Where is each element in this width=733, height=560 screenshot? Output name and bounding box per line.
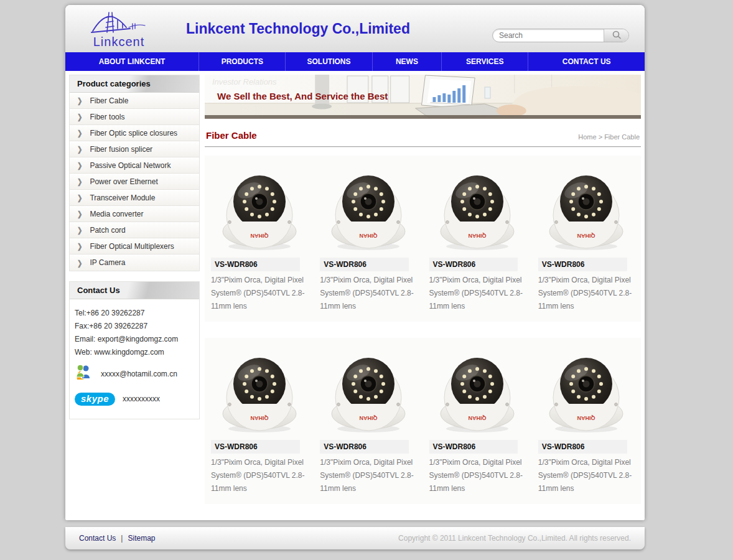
product-card[interactable]: VS-WDR806 1/3"Pixim Orca, Digital Pixel … xyxy=(532,159,641,315)
footer-links: Contact Us | Sitemap xyxy=(79,534,156,543)
header: Linkcent Linkcent Technology Co.,Limited xyxy=(65,5,645,52)
breadcrumb-home-link[interactable]: Home xyxy=(578,133,596,141)
product-image xyxy=(322,344,415,437)
category-label: Fiber Optic splice closures xyxy=(90,129,177,138)
main-column: Investor Relations xyxy=(200,75,641,520)
product-name[interactable]: VS-WDR806 xyxy=(538,440,627,454)
nav-item[interactable]: ABOUT LINKCENT xyxy=(65,52,199,71)
category-item[interactable]: ❯ Passive Optical Network xyxy=(70,157,199,174)
contact-body: Tel:+86 20 39262287 Fax:+86 20 39262287 … xyxy=(70,299,199,419)
page-container: Linkcent Linkcent Technology Co.,Limited… xyxy=(65,5,645,520)
title-row: Fiber Cable Home > Fiber Cable xyxy=(205,125,641,147)
nav-item[interactable]: CONTACT US xyxy=(528,52,645,71)
product-name[interactable]: VS-WDR806 xyxy=(211,440,300,454)
category-label: Transceiver Module xyxy=(90,194,155,202)
category-label: IP Camera xyxy=(90,258,125,267)
product-description: 1/3"Pixim Orca, Digital Pixel System® (D… xyxy=(429,274,526,313)
product-image xyxy=(213,344,306,437)
product-description: 1/3"Pixim Orca, Digital Pixel System® (D… xyxy=(429,456,526,495)
category-item[interactable]: ❯ Media converter xyxy=(70,206,199,222)
skype-row: skype xxxxxxxxxx xyxy=(75,389,194,409)
category-label: Fiber fusion splicer xyxy=(90,145,152,154)
product-card[interactable]: VS-WDR806 1/3"Pixim Orca, Digital Pixel … xyxy=(205,342,314,498)
contact-msn: xxxxx@hotamil.com.cn xyxy=(101,370,177,378)
main-nav: ABOUT LINKCENTPRODUCTSSOLUTIONSNEWSSERVI… xyxy=(65,52,645,71)
chevron-right-icon: ❯ xyxy=(77,145,82,153)
product-image xyxy=(213,162,306,255)
product-description: 1/3"Pixim Orca, Digital Pixel System® (D… xyxy=(211,274,307,313)
product-name[interactable]: VS-WDR806 xyxy=(538,258,627,271)
category-label: Media converter xyxy=(90,210,143,218)
product-name[interactable]: VS-WDR806 xyxy=(320,258,409,271)
contact-box: Contact Us Tel:+86 20 39262287 Fax:+86 2… xyxy=(69,281,200,419)
banner-slogan: We Sell the Best, And Service the Best xyxy=(217,91,388,101)
product-image xyxy=(431,162,524,255)
chevron-right-icon: ❯ xyxy=(77,177,82,185)
category-list: ❯ Fiber Cable ❯ Fiber tools ❯ Fiber Opti… xyxy=(70,93,199,271)
category-item[interactable]: ❯ Fiber Cable xyxy=(70,93,199,109)
chevron-right-icon: ❯ xyxy=(77,96,82,105)
page-title: Fiber Cable xyxy=(206,130,257,141)
nav-item[interactable]: SOLUTIONS xyxy=(286,52,372,71)
category-item[interactable]: ❯ Fiber tools xyxy=(70,109,199,125)
product-card[interactable]: VS-WDR806 1/3"Pixim Orca, Digital Pixel … xyxy=(423,342,532,498)
product-categories-box: Product categories ❯ Fiber Cable ❯ Fiber… xyxy=(69,75,200,271)
msn-row: xxxxx@hotamil.com.cn xyxy=(75,363,194,384)
category-item[interactable]: ❯ Transceiver Module xyxy=(70,190,199,206)
product-card[interactable]: VS-WDR806 1/3"Pixim Orca, Digital Pixel … xyxy=(532,342,641,498)
nav-item[interactable]: PRODUCTS xyxy=(199,52,286,71)
svg-text:Investor Relations: Investor Relations xyxy=(212,77,277,86)
product-name[interactable]: VS-WDR806 xyxy=(429,440,518,454)
product-image xyxy=(322,162,415,255)
logo[interactable]: Linkcent xyxy=(82,9,156,49)
chevron-right-icon: ❯ xyxy=(77,113,82,121)
product-description: 1/3"Pixim Orca, Digital Pixel System® (D… xyxy=(538,274,635,313)
product-name[interactable]: VS-WDR806 xyxy=(429,258,518,271)
category-item[interactable]: ❯ Fiber Optical Multiplexers xyxy=(70,238,199,254)
contact-email: Email: export@kingdomgz.com xyxy=(75,333,194,345)
product-card[interactable]: VS-WDR806 1/3"Pixim Orca, Digital Pixel … xyxy=(205,159,314,315)
footer-sitemap-link[interactable]: Sitemap xyxy=(128,534,155,543)
breadcrumb-current: Fiber Cable xyxy=(604,133,640,141)
product-name[interactable]: VS-WDR806 xyxy=(211,258,300,271)
bridge-logo-icon xyxy=(89,9,149,39)
chevron-right-icon: ❯ xyxy=(77,258,82,266)
chevron-right-icon: ❯ xyxy=(77,161,82,169)
product-categories-title: Product categories xyxy=(70,75,199,93)
category-label: Fiber Cable xyxy=(90,96,128,105)
copyright: Copyright © 2011 Linkcent Technology Co.… xyxy=(398,534,631,543)
product-image xyxy=(539,162,633,255)
skype-icon: skype xyxy=(75,393,115,406)
category-label: Patch cord xyxy=(90,226,125,235)
footer: Contact Us | Sitemap Copyright © 2011 Li… xyxy=(65,527,645,549)
product-card[interactable]: VS-WDR806 1/3"Pixim Orca, Digital Pixel … xyxy=(314,159,423,315)
product-name[interactable]: VS-WDR806 xyxy=(320,440,409,454)
nav-item[interactable]: NEWS xyxy=(373,52,442,71)
category-item[interactable]: ❯ IP Camera xyxy=(70,254,199,271)
breadcrumb: Home > Fiber Cable xyxy=(578,133,640,141)
footer-contact-link[interactable]: Contact Us xyxy=(79,534,116,543)
search-input[interactable] xyxy=(493,29,604,42)
product-image xyxy=(539,344,633,437)
product-grid: VS-WDR806 1/3"Pixim Orca, Digital Pixel … xyxy=(205,156,641,520)
category-item[interactable]: ❯ Power over Ethernet xyxy=(70,174,199,190)
product-card[interactable]: VS-WDR806 1/3"Pixim Orca, Digital Pixel … xyxy=(423,159,532,315)
content: Product categories ❯ Fiber Cable ❯ Fiber… xyxy=(65,71,645,520)
chevron-right-icon: ❯ xyxy=(77,194,82,202)
category-item[interactable]: ❯ Patch cord xyxy=(70,222,199,238)
category-item[interactable]: ❯ Fiber fusion splicer xyxy=(70,141,199,157)
nav-item[interactable]: SERVICES xyxy=(442,52,528,71)
company-title: Linkcent Technology Co.,Limited xyxy=(186,21,410,37)
sidebar: Product categories ❯ Fiber Cable ❯ Fiber… xyxy=(69,75,200,520)
hero-banner: Investor Relations xyxy=(205,75,641,119)
product-row: VS-WDR806 1/3"Pixim Orca, Digital Pixel … xyxy=(205,156,641,322)
product-card[interactable]: VS-WDR806 1/3"Pixim Orca, Digital Pixel … xyxy=(314,342,423,498)
category-label: Passive Optical Network xyxy=(90,161,170,170)
contact-fax: Fax:+86 20 39262287 xyxy=(75,320,194,332)
search-button[interactable] xyxy=(604,29,628,42)
chevron-right-icon: ❯ xyxy=(77,242,82,250)
category-item[interactable]: ❯ Fiber Optic splice closures xyxy=(70,125,199,141)
msn-icon xyxy=(75,363,93,384)
contact-tel: Tel:+86 20 39262287 xyxy=(75,307,194,319)
search-box xyxy=(492,29,629,42)
